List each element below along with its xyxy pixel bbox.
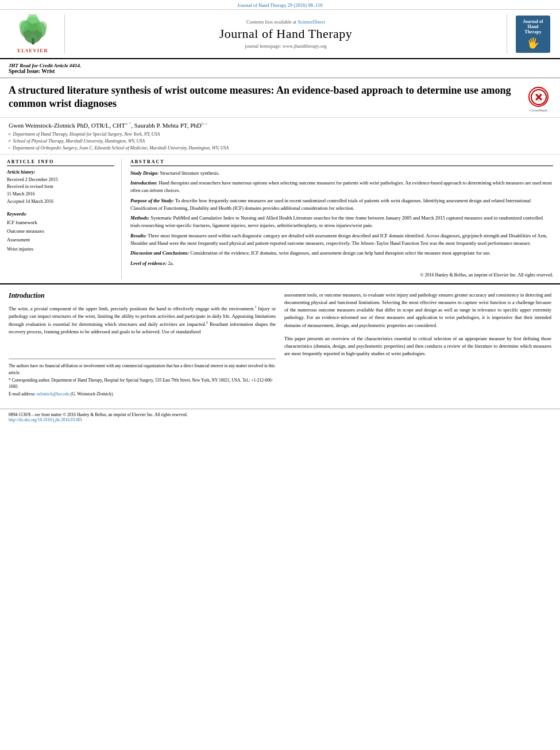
abstract-header: Abstract: [130, 159, 553, 166]
jht-badge: Journal of Hand Therapy 🖐: [516, 16, 550, 53]
aff-text-b: School of Physical Therapy, Marshall Uni…: [13, 138, 145, 145]
history-items: Received 2 December 2015 Received in rev…: [7, 176, 114, 206]
introduction-section: Introduction The wrist, a pivotal compon…: [0, 284, 560, 406]
intro-body-left: The wrist, a pivotal component of the up…: [9, 305, 276, 336]
journal-reference-bar: Journal of Hand Therapy 29 (2016) 98–110: [0, 0, 560, 10]
affiliation-a: a Department of Hand Therapy, Hospital f…: [9, 131, 551, 138]
page-wrapper: Journal of Hand Therapy 29 (2016) 98–110…: [0, 0, 560, 425]
study-design-label: Study Design:: [130, 170, 159, 176]
history-item-3: Accepted 14 March 2016: [7, 198, 114, 206]
abstract-column: Abstract Study Design: Structured litera…: [130, 159, 553, 279]
abstract-copyright: © 2016 Hanley & Belfus, an imprint of El…: [130, 272, 553, 279]
keyword-2: Assessment: [7, 236, 114, 244]
abstract-introduction: Introduction: Hand therapists and resear…: [130, 179, 553, 194]
footnote-corresponding: * Corresponding author. Department of Ha…: [9, 377, 276, 390]
keyword-0: ICF framework: [7, 218, 114, 227]
journal-reference-text: Journal of Hand Therapy 29 (2016) 98–110: [238, 2, 323, 8]
aff-sup-a: a: [9, 131, 11, 138]
intro-right-para2: This paper presents an overview of the c…: [284, 335, 551, 358]
abstract-content: Study Design: Structured literature synt…: [130, 170, 553, 279]
abstract-level: Level of evidence: 2a.: [130, 260, 553, 267]
methods-text: Systematic PubMed and Cumulative Index t…: [130, 215, 543, 228]
footnote-email-link[interactable]: nzlotnick@hss.edu: [37, 391, 69, 397]
author1-name: Gwen Weinstock-Zlotnick PhD, OTR/L, CHT: [9, 122, 125, 129]
journal-header: ELSEVIER Contents lists available at Sci…: [0, 10, 560, 59]
authors-line: Gwen Weinstock-Zlotnick PhD, OTR/L, CHTa…: [9, 121, 551, 129]
discussion-text: Consideration of the evidence, ICF domai…: [189, 250, 491, 256]
svg-point-6: [37, 21, 47, 33]
abstract-results: Results: Three most frequent measures us…: [130, 232, 553, 247]
aff-text-c: Department of Orthopedic Surgery, Joan C…: [13, 145, 229, 152]
purpose-text: To describe how frequently outcome measu…: [130, 198, 531, 211]
abstract-methods: Methods: Systematic PubMed and Cumulativ…: [130, 214, 553, 229]
footnote-email: E-mail address: nzlotnick@hss.edu (G. We…: [9, 391, 276, 397]
author-separator: , Saurabh P. Mehta PT, PhD: [131, 122, 202, 129]
aff-sup-c: c: [9, 145, 10, 152]
crossmark-icon: [528, 87, 549, 107]
keyword-1: Outcome measures: [7, 227, 114, 236]
article-info-header: Article Info: [7, 159, 114, 166]
svg-point-5: [19, 20, 29, 32]
jht-credit-label: JHT Read for Credit Article #414.: [9, 63, 551, 68]
intro-text: Hand therapists and researchers have num…: [130, 180, 552, 193]
intro-label: Introduction:: [130, 180, 157, 186]
study-design-text: Structured literature synthesis.: [159, 170, 219, 176]
affiliation-c: c Department of Orthopedic Surgery, Joan…: [9, 145, 551, 152]
history-item-2: 11 March 2016: [7, 191, 114, 198]
authors-section: Gwen Weinstock-Zlotnick PhD, OTR/L, CHTa…: [0, 118, 560, 155]
footnotes-area: The authors have no financial affiliatio…: [9, 359, 276, 397]
elsevier-logo-section: ELSEVIER: [7, 14, 59, 53]
purpose-label: Purpose of the Study:: [130, 198, 174, 203]
intro-body-right: assessment tools, or outcome measures, t…: [284, 291, 551, 357]
crossmark-section: CrossMark: [526, 87, 551, 113]
elsevier-text: ELSEVIER: [17, 48, 48, 53]
affiliation-b: b School of Physical Therapy, Marshall U…: [9, 138, 551, 145]
article-history-label: Article history:: [7, 170, 114, 175]
special-issue-label: Special Issue: Wrist: [9, 68, 551, 74]
level-text: 2a.: [167, 260, 173, 266]
crossmark-text: CrossMark: [530, 108, 547, 113]
aff-sup-b: b: [9, 138, 11, 145]
intro-para1: The wrist, a pivotal component of the up…: [9, 306, 255, 311]
article-info-bar: JHT Read for Credit Article #414. Specia…: [0, 59, 560, 78]
journal-homepage: journal homepage: www.jhandtherapy.org: [245, 43, 327, 49]
jht-badge-section: Journal of Hand Therapy 🖐: [513, 14, 553, 53]
sciencedirect-link[interactable]: ScienceDirect: [298, 19, 325, 25]
results-label: Results:: [130, 233, 146, 239]
keyword-3: Wrist injuries: [7, 245, 114, 253]
elsevier-tree-icon: [11, 14, 55, 46]
title-section: A structured literature synthesis of wri…: [0, 78, 560, 118]
keywords-label: Keywords:: [7, 211, 114, 217]
journal-title-section: Contents lists available at ScienceDirec…: [64, 14, 507, 53]
jht-badge-line2: Hand Therapy: [519, 24, 547, 34]
bottom-bar: 0894-1130/$ – see front matter © 2016 Ha…: [0, 409, 560, 425]
footnote-financial: The authors have no financial affiliatio…: [9, 363, 276, 376]
intro-heading: Introduction: [9, 291, 276, 300]
intro-right-column: assessment tools, or outcome measures, t…: [284, 291, 551, 399]
level-label: Level of evidence:: [130, 260, 167, 266]
abstract-discussion: Discussion and Conclusions: Consideratio…: [130, 249, 553, 257]
methods-label: Methods:: [130, 215, 149, 221]
sciencedirect-label: Contents lists available at ScienceDirec…: [246, 19, 325, 25]
keywords-list: ICF framework Outcome measures Assessmen…: [7, 218, 114, 253]
jht-badge-line1: Journal of: [523, 19, 543, 24]
two-column-section: Article Info Article history: Received 2…: [0, 155, 560, 284]
abstract-purpose: Purpose of the Study: To describe how fr…: [130, 197, 553, 212]
aff-text-a: Department of Hand Therapy, Hospital for…: [13, 131, 160, 138]
keywords-section: Keywords: ICF framework Outcome measures…: [7, 211, 114, 253]
intro-left-column: Introduction The wrist, a pivotal compon…: [9, 291, 276, 399]
history-item-0: Received 2 December 2015: [7, 176, 114, 184]
author1-sup: a, *: [125, 121, 131, 126]
history-item-1: Received in revised form: [7, 183, 114, 191]
jht-badge-icon: 🖐: [527, 37, 539, 49]
discussion-label: Discussion and Conclusions:: [130, 250, 189, 256]
results-text: Three most frequent measures used within…: [130, 233, 547, 246]
affiliations: a Department of Hand Therapy, Hospital f…: [9, 131, 551, 152]
author2-sup: b, c: [202, 121, 207, 126]
issn-text: 0894-1130/$ – see front matter © 2016 Ha…: [9, 412, 551, 417]
intro-right-para1: assessment tools, or outcome measures, t…: [284, 291, 551, 329]
article-main-title: A structured literature synthesis of wri…: [9, 84, 517, 111]
journal-main-title: Journal of Hand Therapy: [219, 26, 353, 41]
abstract-study-design: Study Design: Structured literature synt…: [130, 170, 553, 177]
doi-link[interactable]: http://dx.doi.org/10.1016/j.jht.2016.03.…: [9, 417, 82, 422]
